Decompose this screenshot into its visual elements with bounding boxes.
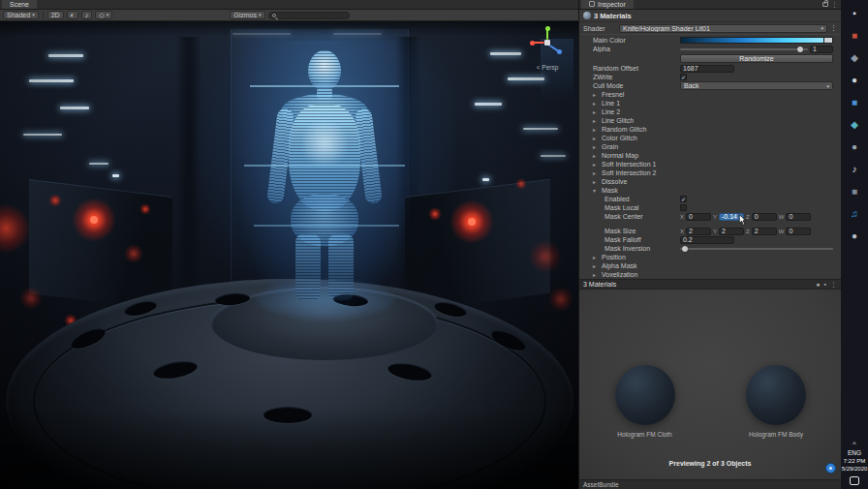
- foldout-line-glitch[interactable]: ▸Line Glitch: [579, 116, 841, 125]
- chevron-right-icon: ▸: [593, 263, 599, 269]
- foldout-fresnel[interactable]: ▸Fresnel: [579, 90, 841, 99]
- draw-mode-dropdown[interactable]: Shaded▾: [3, 11, 39, 19]
- chevron-right-icon: ▸: [593, 272, 599, 278]
- mask-inversion-slider[interactable]: [680, 245, 833, 253]
- taskbar-app-icon-1[interactable]: ▪: [843, 2, 866, 24]
- mask-center-w-field[interactable]: 0: [786, 213, 811, 221]
- tab-inspector[interactable]: Inspector: [581, 0, 634, 9]
- cull-mode-row: Cull Mode Back ▾: [579, 81, 841, 90]
- menu-icon[interactable]: ⋮: [831, 1, 838, 9]
- chevron-right-icon: ▸: [593, 109, 599, 115]
- mask-center-row: Mask Center X 0 Y -0.14 Z 0 W 0: [579, 212, 841, 221]
- foldout-normal-map[interactable]: ▸Normal Map: [579, 151, 841, 160]
- preview-sphere-body: [746, 365, 806, 425]
- zwrite-row: ZWrite ✓: [579, 73, 841, 81]
- taskbar-app-icon-3[interactable]: ◆: [843, 46, 866, 69]
- collab-badge-icon[interactable]: [825, 463, 836, 474]
- foldout-line-2[interactable]: ▸Line 2: [579, 107, 841, 116]
- foldout-voxelization[interactable]: ▸Voxelization: [579, 270, 841, 279]
- cull-mode-dropdown[interactable]: Back ▾: [680, 81, 833, 90]
- chevron-right-icon: ▸: [593, 92, 599, 98]
- chevron-right-icon: ▸: [593, 179, 599, 185]
- material-preview-area[interactable]: Hologram FM Cloth Hologram FM Body Previ…: [579, 290, 841, 479]
- material-sphere-icon[interactable]: ●: [816, 281, 820, 289]
- foldout-color-glitch[interactable]: ▸Color Glitch: [579, 134, 841, 142]
- mouse-cursor: [738, 214, 746, 226]
- mask-enabled-checkbox[interactable]: ✓: [680, 196, 687, 202]
- chevron-right-icon: ▸: [593, 153, 599, 159]
- scene-toolbar: Shaded▾ 2D ◐ ♪ ◇▾ Gizmos▾: [0, 10, 578, 21]
- chevron-right-icon: ▸: [593, 162, 599, 168]
- scene-viewport[interactable]: < Persp: [0, 21, 578, 489]
- layers-icon[interactable]: ▪: [824, 281, 826, 289]
- taskbar-app-icon-9[interactable]: ■: [843, 180, 866, 202]
- taskbar-app-icon-11[interactable]: ●: [843, 225, 866, 247]
- search-icon: [272, 14, 276, 17]
- mask-falloff-field[interactable]: 0.2: [680, 236, 734, 244]
- foldout-alpha-mask[interactable]: ▸Alpha Mask: [579, 261, 841, 270]
- scene-audio-toggle[interactable]: ♪: [81, 11, 93, 19]
- perspective-label[interactable]: < Persp: [522, 64, 573, 71]
- chevron-down-icon: ▾: [593, 188, 599, 194]
- preview-header-actions: ● ▪ ⋮: [816, 281, 837, 289]
- random-offset-field[interactable]: 1687: [680, 65, 734, 73]
- mask-local-checkbox[interactable]: [680, 204, 687, 211]
- foldout-dissolve[interactable]: ▸Dissolve: [579, 177, 841, 186]
- foldout-line-1[interactable]: ▸Line 1: [579, 99, 841, 107]
- shader-dropdown[interactable]: Knife/Hologram Shader Lit01 ▾: [619, 24, 827, 33]
- toolbar-separator: [43, 12, 44, 19]
- assetbundle-bar[interactable]: AssetBundle: [579, 479, 841, 489]
- foldout-mask[interactable]: ▾Mask: [579, 186, 841, 195]
- lock-icon[interactable]: [822, 2, 828, 7]
- chevron-right-icon: ▸: [593, 170, 599, 176]
- mask-size-y-field[interactable]: 2: [719, 228, 744, 235]
- chevron-right-icon: ▸: [593, 118, 599, 124]
- alpha-field[interactable]: 1: [810, 46, 833, 53]
- language-indicator[interactable]: ENG: [848, 449, 861, 456]
- gizmo-center-cube: [544, 40, 550, 46]
- taskbar-app-icon-7[interactable]: ●: [843, 136, 866, 158]
- randomize-button[interactable]: Randomize: [680, 54, 833, 63]
- foldout-grain[interactable]: ▸Grain: [579, 142, 841, 151]
- chevron-down-icon: ▾: [32, 13, 35, 17]
- mask-size-w-field[interactable]: 0: [786, 228, 811, 235]
- taskbar-app-icon-8[interactable]: ♪: [843, 158, 866, 180]
- zwrite-checkbox[interactable]: ✓: [680, 74, 687, 80]
- inspector-title: 3 Materials: [594, 12, 632, 20]
- notification-center-icon[interactable]: [850, 476, 859, 485]
- scene-tabbar: Scene: [0, 0, 578, 10]
- taskbar-app-icon-4[interactable]: ●: [843, 69, 866, 91]
- preview-header[interactable]: 3 Materials ● ▪ ⋮: [579, 279, 841, 290]
- scene-effects-dropdown[interactable]: ◇▾: [95, 11, 112, 19]
- foldout-position[interactable]: ▸Position: [579, 253, 841, 261]
- inspector-panel: Inspector ⋮ 3 Materials Shader Knife/Hol…: [578, 0, 841, 489]
- alpha-slider[interactable]: [680, 46, 808, 53]
- shader-properties: Main Color Alpha 1 Randomize Random Offs…: [579, 34, 841, 279]
- taskbar-app-icon-5[interactable]: ■: [843, 91, 866, 113]
- chevron-down-icon: ▾: [259, 13, 262, 17]
- mask-center-x-field[interactable]: 0: [686, 213, 711, 221]
- mask-size-x-field[interactable]: 2: [686, 228, 711, 235]
- scene-search-input[interactable]: [268, 12, 350, 19]
- vignette: [0, 21, 578, 489]
- main-color-swatch[interactable]: [680, 37, 833, 44]
- toggle-2d-button[interactable]: 2D: [47, 11, 64, 19]
- mask-size-z-field[interactable]: 2: [752, 228, 777, 235]
- mask-center-z-field[interactable]: 0: [752, 213, 777, 221]
- shader-menu-icon[interactable]: ⋮: [830, 24, 837, 32]
- tab-scene[interactable]: Scene: [2, 0, 37, 9]
- foldout-soft-intersection-1[interactable]: ▸Soft Intersection 1: [579, 160, 841, 168]
- taskbar-clock[interactable]: 7:22 PM 5/29/2020: [842, 458, 868, 473]
- menu-icon[interactable]: ⋮: [830, 281, 837, 289]
- tray-expand-icon[interactable]: ^: [852, 441, 855, 447]
- scene-panel: Scene Shaded▾ 2D ◐ ♪ ◇▾ Gizmos▾: [0, 0, 578, 489]
- foldout-random-glitch[interactable]: ▸Random Glitch: [579, 125, 841, 134]
- scene-lighting-toggle[interactable]: ◐: [67, 11, 78, 19]
- taskbar-app-icon-10[interactable]: ♫: [843, 202, 866, 225]
- main-color-row: Main Color: [579, 36, 841, 45]
- gizmos-dropdown[interactable]: Gizmos▾: [230, 11, 264, 19]
- taskbar-app-icon-6[interactable]: ◆: [843, 113, 866, 136]
- taskbar-app-icon-2[interactable]: ■: [843, 24, 866, 46]
- foldout-soft-intersection-2[interactable]: ▸Soft Intersection 2: [579, 168, 841, 177]
- orientation-gizmo[interactable]: [528, 25, 567, 64]
